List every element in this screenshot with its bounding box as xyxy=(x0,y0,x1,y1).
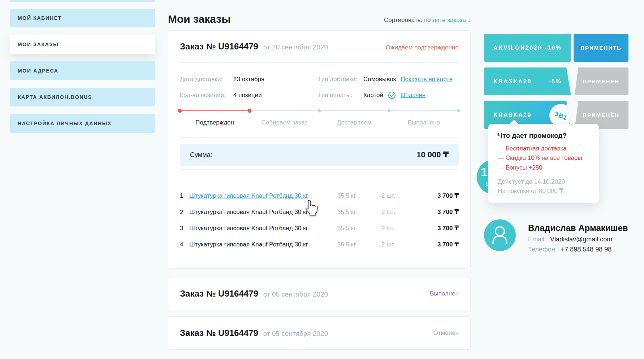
sum-label: Сумма: xyxy=(190,151,212,159)
product-row: 4 Штукатурка гипсовая Knauf Ротбанд 30 к… xyxy=(180,236,459,253)
progress-dot xyxy=(318,109,321,113)
delivery-date-value: 23 октября xyxy=(233,76,318,83)
order-card-expanded: Заказ № U9164479 от 20 сентября 2020 Ожи… xyxy=(168,30,471,269)
payment-type-label: Тип оплаты: xyxy=(318,92,363,99)
email-label: Email: xyxy=(528,236,546,243)
product-qty: 2 шт. xyxy=(381,209,416,216)
sort-by-date-link[interactable]: по дате заказа ↓ xyxy=(424,17,471,23)
promo-row: KRASKA20 -5% ПРИМЕНЁН xyxy=(484,67,628,95)
sidebar-item-label: КАРТА АКВИЛОН.BONUS xyxy=(18,94,92,100)
divider xyxy=(180,62,459,63)
promo-code-text: KRASKA20 xyxy=(493,78,531,85)
product-price: 3 700 ₸ xyxy=(416,208,459,216)
items-count-label: Кол-во позиций: xyxy=(180,92,233,99)
sidebar-top-sliver xyxy=(10,0,155,2)
product-weight: 35.5 кг xyxy=(337,241,381,248)
main-content: Мои заказы Сортировать: по дате заказа ↓… xyxy=(168,0,471,350)
product-index: 2 xyxy=(180,209,189,216)
tooltip-title: Что дает промокод? xyxy=(498,132,589,140)
product-name-link[interactable]: Штукатурка гипсовая Knauf Ротбанд 30 кг xyxy=(189,225,337,232)
tooltip-condition: На покупки от 80 000 ₸ xyxy=(498,187,589,196)
promo-code-text: AKVILON2020 xyxy=(493,45,542,51)
promo-row: AKVILON2020 -10% ПРИМЕНИТЬ xyxy=(484,34,628,62)
phone-label: Телефон: xyxy=(528,246,557,253)
paid-check-icon xyxy=(388,91,396,99)
order-date: от 20 сентября 2020 xyxy=(263,43,328,51)
tooltip-validity: Дейстует до 14.10.2020 xyxy=(498,177,589,187)
progress-dot xyxy=(457,109,461,113)
promo-discount: -10% xyxy=(545,45,562,51)
promo-code-kraska20: KRASKA20 -5% xyxy=(484,67,571,95)
tooltip-benefit: — Бонусы +250 xyxy=(498,163,589,172)
progress-line-remaining xyxy=(250,110,459,111)
profile-name: Владислав Армакишев xyxy=(528,223,628,233)
progress-line-active xyxy=(180,110,250,111)
product-weight: 35.5 кг xyxy=(337,192,381,200)
order-details: Дата доставки: 23 октября Тип доставки: … xyxy=(180,76,459,99)
avatar xyxy=(484,219,516,251)
product-index: 4 xyxy=(180,241,189,248)
tooltip-benefit: — Скидка 10% на все товары xyxy=(498,153,589,163)
product-price: 3 700 ₸ xyxy=(416,224,459,232)
phone-value: +7 898 548 98 98 xyxy=(561,246,612,253)
promo-applied-button[interactable]: ПРИМЕНЁН xyxy=(574,67,628,95)
sidebar-item-bonus-card[interactable]: КАРТА АКВИЛОН.BONUS xyxy=(10,88,155,106)
product-qty: 2 шт. xyxy=(381,225,416,232)
progress-dot xyxy=(388,109,391,113)
order-number: Заказ № U9164479 xyxy=(180,289,258,299)
progress-step-confirmed: Подтвержден xyxy=(180,119,250,126)
page-title: Мои заказы xyxy=(168,13,231,25)
promo-tooltip: Что дает промокод? — Бесплатная доставка… xyxy=(488,124,599,203)
sidebar-item-my-addresses[interactable]: МОИ АДРЕСА xyxy=(10,61,155,80)
sidebar-item-label: МОЙ КАБИНЕТ xyxy=(18,15,62,21)
product-index: 3 xyxy=(180,225,189,232)
order-status-badge: Отменен xyxy=(433,329,459,337)
sidebar-item-label: МОИ АДРЕСА xyxy=(18,68,59,74)
product-qty: 2 шт. xyxy=(381,241,416,248)
promo-discount: -5% xyxy=(549,78,562,85)
delivery-type-label: Тип доставки: xyxy=(318,76,363,83)
sum-value: 10 000 ₸ xyxy=(416,150,449,159)
order-card-collapsed[interactable]: Заказ № U9164479 от 05 сентября 2020 Вып… xyxy=(168,277,471,310)
bonus-value: 1 xyxy=(481,165,488,179)
order-card-collapsed[interactable]: Заказ № U9164479 от 05 сентября 2020 Отм… xyxy=(168,316,471,350)
product-qty: 2 шт. xyxy=(381,192,416,200)
sidebar-item-label: МОИ ЗАКАЗЫ xyxy=(18,41,59,47)
promo-code-text: KRASKA20 xyxy=(493,112,531,118)
sidebar-item-personal-settings[interactable]: НАСТРОЙКА ЛИЧНЫХ ДАННЫХ xyxy=(10,114,155,133)
person-icon xyxy=(484,219,516,251)
product-index: 1 xyxy=(180,192,189,200)
product-name-link[interactable]: Штукатурка гипсовая Knauf Ротбанд 30 кг xyxy=(189,241,337,248)
progress-step-delivering: Доставляем xyxy=(319,119,389,126)
right-panel: AKVILON2020 -10% ПРИМЕНИТЬ KRASKA20 -5% … xyxy=(484,0,628,359)
progress-dot xyxy=(178,109,182,113)
progress-step-done: Выполнено xyxy=(389,119,459,126)
show-on-map-link[interactable]: Показать на карте xyxy=(401,76,453,83)
order-status-badge: Ожидаем подтверждение xyxy=(386,44,459,51)
paid-status-link[interactable]: Оплачен xyxy=(401,92,425,99)
items-count-value: 4 позиции xyxy=(233,92,318,99)
sidebar-item-my-cabinet[interactable]: МОЙ КАБИНЕТ xyxy=(10,9,155,27)
hand-pointer-cursor xyxy=(303,200,318,216)
sort-direction-arrow-icon: ↓ xyxy=(468,17,471,23)
product-list: 1 Штукатурка гипсовая Knauf Ротбанд 30 к… xyxy=(180,188,459,253)
apply-promo-button[interactable]: ПРИМЕНИТЬ xyxy=(574,34,628,62)
product-weight: 35.5 кг xyxy=(337,209,381,216)
product-name-link[interactable]: Штукатурка гипсовая Knauf Ротбанд 30 кг xyxy=(189,192,337,200)
sort-label: Сортировать: xyxy=(384,17,422,23)
promo-code-akvilon2020: AKVILON2020 -10% xyxy=(484,34,571,62)
order-status-badge: Выполнен xyxy=(430,290,459,297)
tooltip-benefit: — Бесплатная доставка xyxy=(498,144,589,153)
product-price: 3 700 ₸ xyxy=(416,241,459,248)
payment-type-value: Картой xyxy=(363,92,383,99)
product-row: 3 Штукатурка гипсовая Knauf Ротбанд 30 к… xyxy=(180,220,459,236)
product-row: 2 Штукатурка гипсовая Knauf Ротбанд 30 к… xyxy=(180,204,459,220)
product-weight: 35.5 кг xyxy=(337,225,381,232)
order-sum-section: Сумма: 10 000 ₸ xyxy=(180,137,459,170)
order-date: от 05 сентября 2020 xyxy=(263,330,328,338)
sidebar-item-label: НАСТРОЙКА ЛИЧНЫХ ДАННЫХ xyxy=(18,121,112,126)
user-profile: Владислав Армакишев Email: Vladislav@gma… xyxy=(484,219,628,253)
progress-dot xyxy=(248,109,252,113)
sidebar: МОЙ КАБИНЕТ МОИ ЗАКАЗЫ МОИ АДРЕСА КАРТА … xyxy=(10,0,155,140)
sidebar-item-my-orders[interactable]: МОИ ЗАКАЗЫ xyxy=(10,35,155,54)
